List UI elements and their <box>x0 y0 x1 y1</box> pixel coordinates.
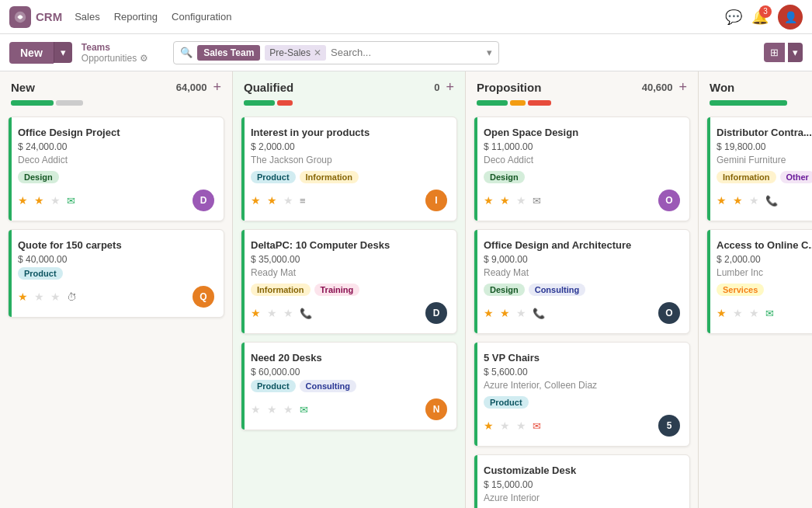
star-1[interactable]: ★ <box>18 291 28 303</box>
card-won-1[interactable]: Access to Online C...$ 2,000.00Lumber In… <box>706 229 812 334</box>
col-title-proposition: Proposition <box>477 81 541 94</box>
card-tag[interactable]: Services <box>717 284 764 296</box>
brand-name: CRM <box>36 10 62 23</box>
nav-configuration[interactable]: Configuration <box>172 11 231 23</box>
col-add-btn-qualified[interactable]: + <box>446 79 454 96</box>
progress-bar-new <box>0 100 232 112</box>
card-tag[interactable]: Product <box>484 396 529 409</box>
messaging-icon-btn[interactable]: 💬 <box>725 9 742 26</box>
card-qualified-0[interactable]: Interest in your products$ 2,000.00The J… <box>241 117 457 221</box>
activity-badge: 3 <box>759 5 772 18</box>
search-input[interactable] <box>331 47 482 58</box>
user-avatar-btn[interactable]: 👤 <box>778 5 803 30</box>
card-tag[interactable]: Product <box>251 380 296 392</box>
star-1[interactable]: ★ <box>251 307 261 319</box>
card-tag[interactable]: Design <box>484 284 525 296</box>
star-3[interactable]: ★ <box>283 194 293 207</box>
card-new-1[interactable]: Quote for 150 carpets$ 40,000.00Product★… <box>8 229 224 318</box>
view-dropdown-btn[interactable]: ▾ <box>788 43 803 62</box>
star-1[interactable]: ★ <box>18 194 28 207</box>
col-add-btn-proposition[interactable]: + <box>678 79 687 96</box>
card-tag[interactable]: Design <box>484 171 525 183</box>
card-left-bar <box>474 455 477 508</box>
card-tag[interactable]: Information <box>717 171 776 183</box>
progress-bar-proposition <box>466 100 698 112</box>
star-3[interactable]: ★ <box>50 194 61 207</box>
star-2[interactable]: ★ <box>500 419 510 432</box>
star-3[interactable]: ★ <box>749 307 759 319</box>
nav-sales[interactable]: Sales <box>75 11 100 23</box>
card-avatar: O <box>658 302 680 324</box>
card-new-0[interactable]: Office Design Project$ 24,000.00Deco Add… <box>8 117 224 221</box>
star-3[interactable]: ★ <box>516 194 526 207</box>
card-proposition-3[interactable]: Customizable Desk$ 15,000.00Azure Interi… <box>474 454 690 508</box>
star-2[interactable]: ★ <box>500 194 510 207</box>
star-1[interactable]: ★ <box>717 194 727 207</box>
card-footer-icon: 📞 <box>533 308 545 319</box>
star-1[interactable]: ★ <box>251 403 261 416</box>
filter-remove-presales[interactable]: ✕ <box>314 47 321 58</box>
star-2[interactable]: ★ <box>267 307 277 319</box>
star-1[interactable]: ★ <box>484 194 494 207</box>
card-tag[interactable]: Product <box>251 171 296 183</box>
card-qualified-1[interactable]: DeltaPC: 10 Computer Desks$ 35,000.00Rea… <box>241 229 457 334</box>
card-won-0[interactable]: Distributor Contra...$ 19,800.00Gemini F… <box>706 117 812 221</box>
star-2[interactable]: ★ <box>34 194 44 207</box>
star-3[interactable]: ★ <box>516 419 526 432</box>
card-amount: $ 11,000.00 <box>484 141 680 152</box>
navbar-right: 💬 🔔 3 👤 <box>725 5 803 30</box>
card-footer-icon: ≡ <box>300 195 306 207</box>
card-tag[interactable]: Product <box>18 267 63 280</box>
card-tags: InformationTraining <box>251 284 447 296</box>
card-company: The Jackson Group <box>251 155 447 165</box>
card-stars: ★★★✉ <box>484 419 541 432</box>
col-cards-proposition: Open Space Design$ 11,000.00Deco AddictD… <box>466 112 698 508</box>
card-proposition-0[interactable]: Open Space Design$ 11,000.00Deco AddictD… <box>474 117 690 221</box>
star-3[interactable]: ★ <box>50 291 61 303</box>
star-2[interactable]: ★ <box>267 403 277 416</box>
card-avatar: 5 <box>658 415 680 437</box>
star-2[interactable]: ★ <box>34 291 44 303</box>
search-box: 🔍 Sales Team Pre-Sales ✕ ▾ <box>173 41 499 64</box>
card-footer: ★★★✉5 <box>484 415 680 437</box>
card-tag[interactable]: Design <box>18 171 59 183</box>
card-tag[interactable]: Consulting <box>300 380 356 392</box>
activity-icon-btn[interactable]: 🔔 3 <box>751 9 769 26</box>
card-qualified-2[interactable]: Need 20 Desks$ 60,000.00ProductConsultin… <box>241 342 457 430</box>
star-1[interactable]: ★ <box>484 419 494 432</box>
star-2[interactable]: ★ <box>733 194 743 207</box>
star-3[interactable]: ★ <box>283 307 293 319</box>
star-3[interactable]: ★ <box>749 194 759 207</box>
card-amount: $ 9,000.00 <box>484 254 680 265</box>
star-1[interactable]: ★ <box>717 307 727 319</box>
star-3[interactable]: ★ <box>283 403 293 416</box>
card-tag[interactable]: Other <box>780 171 813 183</box>
col-add-btn-new[interactable]: + <box>213 79 221 96</box>
star-3[interactable]: ★ <box>516 307 526 319</box>
progress-segment <box>244 100 275 106</box>
breadcrumb-teams[interactable]: Teams <box>82 42 148 53</box>
card-tag[interactable]: Information <box>251 284 311 296</box>
star-1[interactable]: ★ <box>251 194 261 207</box>
star-1[interactable]: ★ <box>484 307 494 319</box>
filter-tag-sales-team[interactable]: Sales Team <box>197 45 260 61</box>
card-tag[interactable]: Training <box>314 284 360 296</box>
nav-reporting[interactable]: Reporting <box>114 11 158 23</box>
card-tag[interactable]: Consulting <box>529 284 585 296</box>
star-2[interactable]: ★ <box>733 307 743 319</box>
card-proposition-2[interactable]: 5 VP Chairs$ 5,600.00Azure Interior, Col… <box>474 342 690 447</box>
kanban-view-btn[interactable]: ⊞ <box>764 43 785 62</box>
card-stars: ★★★📞 <box>484 307 545 319</box>
star-2[interactable]: ★ <box>500 307 510 319</box>
card-footer: ★★★📞O <box>484 302 680 324</box>
card-proposition-1[interactable]: Office Design and Architecture$ 9,000.00… <box>474 229 690 334</box>
settings-gear-icon[interactable]: ⚙ <box>140 53 148 64</box>
progress-segment <box>477 100 508 106</box>
card-tags: Services <box>717 284 812 296</box>
star-2[interactable]: ★ <box>267 194 277 207</box>
search-dropdown-arrow[interactable]: ▾ <box>487 47 492 58</box>
new-btn-dropdown[interactable]: ▾ <box>54 42 72 63</box>
kanban-col-new: New64,000+Office Design Project$ 24,000.… <box>0 71 233 508</box>
new-button[interactable]: New <box>9 42 54 64</box>
card-tag[interactable]: Information <box>300 171 359 183</box>
